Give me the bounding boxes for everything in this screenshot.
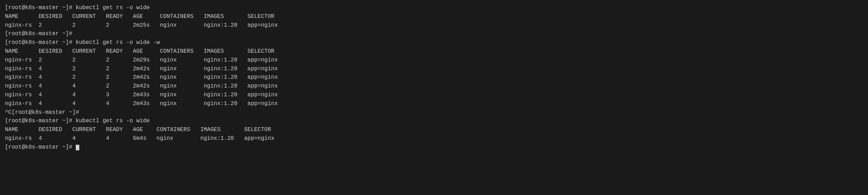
terminal-window: [root@k8s-master ~]# kubectl get rs -o w… [5,4,863,152]
terminal-line-3: [root@k8s-master ~]# [5,30,863,38]
terminal-line-5: NAME DESIRED CURRENT READY AGE CONTAINER… [5,47,863,56]
terminal-line-8: nginx-rs 4 2 2 2m42s nginx nginx:1.20 ap… [5,73,863,82]
terminal-line-2: nginx-rs 2 2 2 2m25s nginx nginx:1.20 ap… [5,21,863,30]
terminal-line-12: ^C[root@k8s-master ~]# [5,108,863,117]
terminal-line-9: nginx-rs 4 4 2 2m42s nginx nginx:1.20 ap… [5,82,863,91]
terminal-line-11: nginx-rs 4 4 4 2m43s nginx nginx:1.20 ap… [5,99,863,108]
terminal-line-13: [root@k8s-master ~]# kubectl get rs -o w… [5,117,863,125]
terminal-line-15: nginx-rs 4 4 4 6m4s nginx nginx:1.20 app… [5,134,863,143]
terminal-line-1: NAME DESIRED CURRENT READY AGE CONTAINER… [5,12,863,21]
terminal-line-4: [root@k8s-master ~]# kubectl get rs -o w… [5,38,863,47]
terminal-line-10: nginx-rs 4 4 3 2m43s nginx nginx:1.20 ap… [5,91,863,99]
terminal-line-14: NAME DESIRED CURRENT READY AGE CONTAINER… [5,125,863,134]
terminal-line-7: nginx-rs 4 2 2 2m42s nginx nginx:1.20 ap… [5,65,863,73]
terminal-line-16: [root@k8s-master ~]# [5,143,863,152]
terminal-line-0: [root@k8s-master ~]# kubectl get rs -o w… [5,4,863,12]
terminal-cursor [76,145,79,150]
terminal-line-6: nginx-rs 2 2 2 2m29s nginx nginx:1.20 ap… [5,56,863,65]
